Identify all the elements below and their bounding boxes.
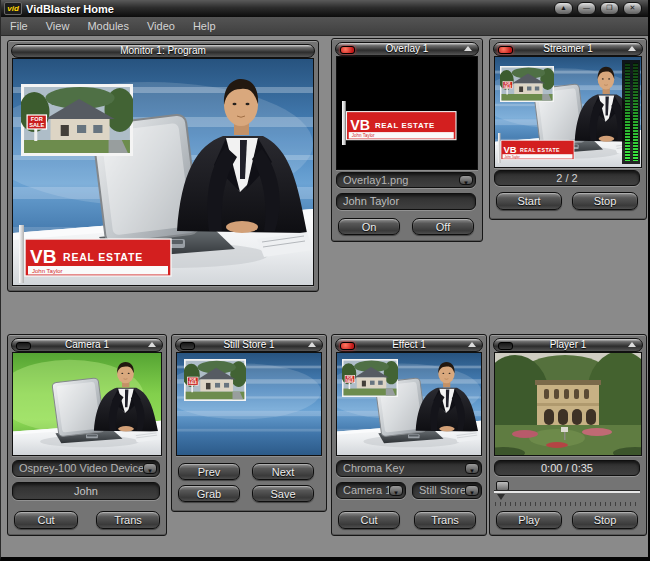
stream-video-frame (495, 57, 641, 167)
overlay-title: Overlay 1 (386, 43, 429, 54)
collapse-icon[interactable] (628, 342, 636, 347)
player-time-display: 0:00 / 0:35 (494, 460, 640, 476)
camera-device-select[interactable]: Osprey-100 Video Device 1 ▼ (12, 460, 160, 477)
still-store-preview[interactable] (176, 352, 322, 456)
menu-help[interactable]: Help (184, 17, 225, 35)
effect-video-frame (337, 353, 481, 455)
menu-view[interactable]: View (37, 17, 79, 35)
still-frame (177, 353, 321, 455)
house-inset-image (341, 359, 399, 397)
effect-source-b-select[interactable]: Still Store 1 ▼ (412, 482, 482, 499)
house-inset-image (19, 84, 135, 156)
menu-file[interactable]: File (1, 17, 37, 35)
camera-name-input[interactable]: John (12, 482, 160, 500)
collapse-icon[interactable] (464, 46, 472, 51)
overlay-header[interactable]: Overlay 1 (335, 42, 479, 56)
streamer-header[interactable]: Streamer 1 (493, 42, 643, 56)
effect-type-select[interactable]: Chroma Key ▼ (336, 460, 482, 477)
active-led (340, 46, 355, 54)
collapse-icon[interactable] (468, 342, 476, 347)
camera-header[interactable]: Camera 1 (11, 338, 163, 352)
chevron-down-icon[interactable]: ▼ (465, 463, 479, 474)
menu-video[interactable]: Video (138, 17, 184, 35)
player-preview[interactable] (494, 352, 642, 456)
module-monitor: Monitor 1: Program (7, 40, 319, 292)
camera-device-value: Osprey-100 Video Device 1 (19, 461, 143, 476)
inactive-led (16, 342, 31, 350)
inactive-led (180, 342, 195, 350)
streamer-start-button[interactable]: Start (496, 192, 562, 210)
player-video-frame (495, 353, 641, 455)
player-slider-track[interactable] (494, 490, 640, 493)
camera-preview[interactable] (12, 352, 162, 456)
active-led (498, 46, 513, 54)
chevron-down-icon[interactable]: ▼ (459, 175, 473, 185)
still-store-title: Still Store 1 (223, 339, 274, 350)
effect-source-a-select[interactable]: Camera 1 ▼ (336, 482, 406, 499)
player-title: Player 1 (550, 339, 587, 350)
player-play-button[interactable]: Play (496, 511, 562, 529)
collapse-icon[interactable] (308, 342, 316, 347)
camera-title: Camera 1 (65, 339, 109, 350)
title-bar[interactable]: vid VidBlaster Home ▲ — ❐ ✕ (1, 0, 648, 17)
still-store-grab-button[interactable]: Grab (178, 485, 240, 502)
window-title: VidBlaster Home (26, 3, 114, 15)
inactive-led (498, 342, 513, 350)
overlay-on-button[interactable]: On (338, 218, 400, 235)
module-effect: Effect 1 Chroma Key ▼ Camera 1 ▼ Still S… (331, 334, 487, 536)
menu-bar: File View Modules Video Help (1, 17, 648, 36)
close-button[interactable]: ✕ (623, 2, 642, 15)
module-streamer: Streamer 1 2 / 2 Start Stop (489, 38, 647, 220)
house-inset-image (183, 359, 247, 401)
active-led (340, 342, 355, 350)
effect-cut-button[interactable]: Cut (338, 511, 400, 529)
overlay-file-select[interactable]: Overlay1.png ▼ (336, 172, 476, 188)
chevron-down-icon[interactable]: ▼ (465, 485, 479, 496)
house-inset-image (499, 66, 555, 102)
app-logo-icon: vid (4, 2, 22, 15)
monitor-title: Monitor 1: Program (120, 45, 206, 56)
player-slider-ticks (495, 502, 639, 506)
module-still-store: Still Store 1 Prev Next Grab Save (171, 334, 327, 512)
chevron-down-icon[interactable]: ▼ (143, 463, 157, 474)
overlay-text-input[interactable]: John Taylor (336, 193, 476, 210)
streamer-preview[interactable] (494, 56, 642, 168)
rollup-button[interactable]: ▲ (554, 2, 573, 15)
maximize-button[interactable]: ❐ (600, 2, 619, 15)
audio-level-meter (622, 60, 640, 164)
effect-header[interactable]: Effect 1 (335, 338, 483, 352)
application-window: FOR SALE VB REAL ESTATE John Taylor vid … (0, 0, 650, 561)
effect-source-a-value: Camera 1 (343, 483, 389, 498)
effect-source-b-value: Still Store 1 (419, 483, 465, 498)
still-store-save-button[interactable]: Save (252, 485, 314, 502)
effect-type-value: Chroma Key (343, 461, 465, 476)
collapse-icon[interactable] (628, 46, 636, 51)
menu-modules[interactable]: Modules (78, 17, 138, 35)
player-stop-button[interactable]: Stop (572, 511, 638, 529)
overlay-preview[interactable] (336, 56, 478, 170)
chevron-down-icon[interactable]: ▼ (389, 485, 403, 496)
camera-video-frame (13, 353, 161, 455)
player-header[interactable]: Player 1 (493, 338, 643, 352)
streamer-stop-button[interactable]: Stop (572, 192, 638, 210)
still-store-header[interactable]: Still Store 1 (175, 338, 323, 352)
overlay-frame (337, 57, 477, 169)
collapse-icon[interactable] (148, 342, 156, 347)
effect-trans-button[interactable]: Trans (414, 511, 476, 529)
effect-title: Effect 1 (392, 339, 426, 350)
monitor-header[interactable]: Monitor 1: Program (11, 44, 315, 58)
effect-preview[interactable] (336, 352, 482, 456)
monitor-preview (12, 58, 314, 286)
streamer-status-display: 2 / 2 (494, 170, 640, 186)
program-video-frame (13, 59, 313, 285)
camera-trans-button[interactable]: Trans (96, 511, 160, 529)
overlay-off-button[interactable]: Off (412, 218, 474, 235)
still-store-next-button[interactable]: Next (252, 463, 314, 480)
minimize-button[interactable]: — (577, 2, 596, 15)
overlay-file-value: Overlay1.png (343, 173, 459, 187)
module-player: Player 1 (489, 334, 647, 536)
camera-cut-button[interactable]: Cut (14, 511, 78, 529)
still-store-prev-button[interactable]: Prev (178, 463, 240, 480)
module-camera: Camera 1 Osprey-100 Video Device 1 ▼ Joh… (7, 334, 167, 536)
player-slider-marker-icon[interactable] (497, 494, 505, 500)
